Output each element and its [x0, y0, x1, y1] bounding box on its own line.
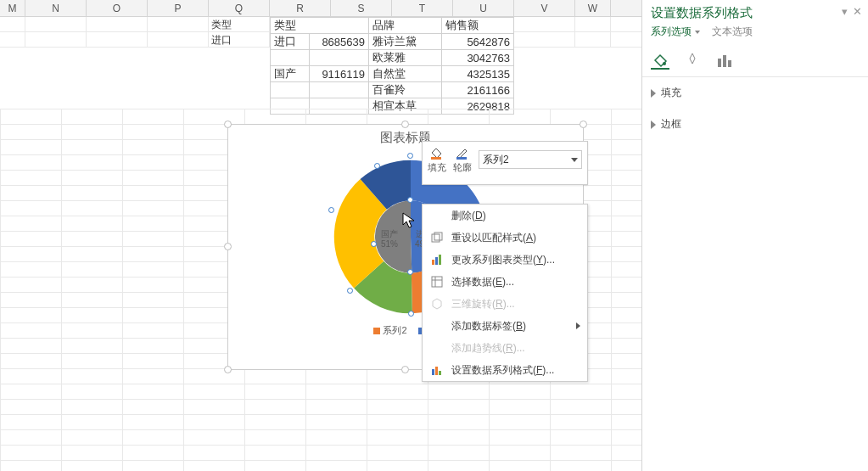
- chevron-down-icon: [695, 31, 700, 34]
- format-pane: ▾ ✕ 设置数据系列格式 系列选项 文本选项 填充 边框: [641, 0, 868, 471]
- svg-rect-11: [435, 367, 438, 375]
- format-series-icon: [429, 363, 445, 377]
- series-select-handle[interactable]: [374, 163, 380, 169]
- svg-rect-10: [432, 369, 434, 375]
- collapse-triangle-icon: [651, 89, 656, 98]
- ctx-format-data-series[interactable]: 设置数据系列格式(F)...: [423, 359, 587, 381]
- svg-rect-17: [728, 60, 731, 67]
- ctx-3d-rotation: 三维旋转(R)...: [423, 293, 587, 315]
- svg-point-13: [663, 62, 666, 65]
- fill-bucket-icon: [429, 145, 445, 160]
- effects-icon[interactable]: [683, 51, 702, 70]
- tab-series-options[interactable]: 系列选项: [651, 25, 700, 39]
- svg-rect-2: [432, 234, 440, 242]
- col-header[interactable]: U: [453, 0, 514, 16]
- pie-label-domestic: 国产51%: [381, 229, 398, 249]
- svg-rect-15: [718, 59, 721, 67]
- mini-format-toolbar: 填充 轮廓 系列2: [422, 141, 588, 185]
- section-fill[interactable]: 填充: [642, 77, 868, 109]
- ctx-delete[interactable]: 删除(D): [423, 205, 587, 227]
- resize-handle[interactable]: [224, 243, 232, 250]
- series-select-handle[interactable]: [407, 153, 413, 159]
- legend-swatch: [373, 328, 380, 334]
- ctx-reset-style[interactable]: 重设以匹配样式(A): [423, 227, 587, 249]
- svg-rect-16: [723, 55, 726, 67]
- series-options-icon[interactable]: [715, 51, 734, 70]
- col-header[interactable]: N: [25, 0, 87, 16]
- ctx-add-data-labels[interactable]: 添加数据标签(B): [423, 315, 587, 337]
- svg-rect-4: [432, 260, 434, 265]
- pane-title: 设置数据系列格式: [651, 5, 860, 21]
- col-header[interactable]: R: [270, 0, 331, 16]
- col-header[interactable]: O: [87, 0, 148, 16]
- svg-rect-0: [431, 157, 441, 160]
- col-header[interactable]: P: [148, 0, 209, 16]
- series-dropdown[interactable]: 系列2: [479, 150, 582, 169]
- chart-type-icon: [429, 253, 445, 266]
- blank-icon: [429, 209, 445, 222]
- ctx-add-trendline: 添加趋势线(R)...: [423, 337, 587, 359]
- series-select-handle[interactable]: [408, 311, 414, 317]
- series-select-handle[interactable]: [371, 241, 377, 247]
- outline-button[interactable]: 轮廓: [453, 145, 472, 174]
- col-header[interactable]: Q: [209, 0, 270, 16]
- blank-icon: [429, 319, 445, 333]
- rotate-3d-icon: [429, 297, 445, 311]
- ctx-change-chart-type[interactable]: 更改系列图表类型(Y)...: [423, 249, 587, 271]
- col-header[interactable]: V: [514, 0, 575, 16]
- col-header[interactable]: S: [331, 0, 392, 16]
- ctx-select-data[interactable]: 选择数据(E)...: [423, 271, 587, 293]
- blank-icon: [429, 341, 445, 355]
- col-header[interactable]: W: [575, 0, 611, 16]
- resize-handle[interactable]: [224, 121, 232, 128]
- resize-handle[interactable]: [224, 366, 232, 373]
- chevron-right-icon: [576, 322, 580, 329]
- svg-rect-7: [432, 277, 442, 287]
- series-select-handle[interactable]: [328, 207, 334, 213]
- collapse-triangle-icon: [651, 121, 656, 129]
- svg-rect-1: [456, 157, 467, 160]
- svg-rect-12: [439, 371, 441, 375]
- resize-handle[interactable]: [401, 366, 409, 373]
- series-select-handle[interactable]: [347, 288, 353, 294]
- series-select-handle[interactable]: [407, 269, 413, 275]
- svg-rect-6: [439, 255, 441, 265]
- resize-handle[interactable]: [580, 121, 587, 128]
- svg-rect-5: [435, 257, 438, 265]
- svg-rect-3: [434, 233, 442, 240]
- col-header[interactable]: M: [0, 0, 25, 16]
- context-menu: 删除(D) 重设以匹配样式(A) 更改系列图表类型(Y)... 选择数据(E).…: [422, 204, 588, 382]
- fill-line-icon[interactable]: [651, 51, 669, 70]
- svg-marker-14: [690, 53, 695, 64]
- series-select-handle[interactable]: [407, 197, 413, 203]
- pane-close-button[interactable]: ▾ ✕: [842, 5, 863, 18]
- select-data-icon: [429, 275, 445, 289]
- outline-pen-icon: [455, 145, 470, 160]
- resize-handle[interactable]: [401, 121, 409, 128]
- chevron-down-icon: [571, 158, 578, 162]
- fill-button[interactable]: 填充: [428, 145, 446, 174]
- tab-text-options[interactable]: 文本选项: [712, 25, 753, 39]
- col-header[interactable]: T: [392, 0, 453, 16]
- column-headers: M N O P Q R S T U V W: [0, 0, 641, 17]
- section-border[interactable]: 边框: [642, 109, 868, 140]
- reset-icon: [429, 231, 445, 244]
